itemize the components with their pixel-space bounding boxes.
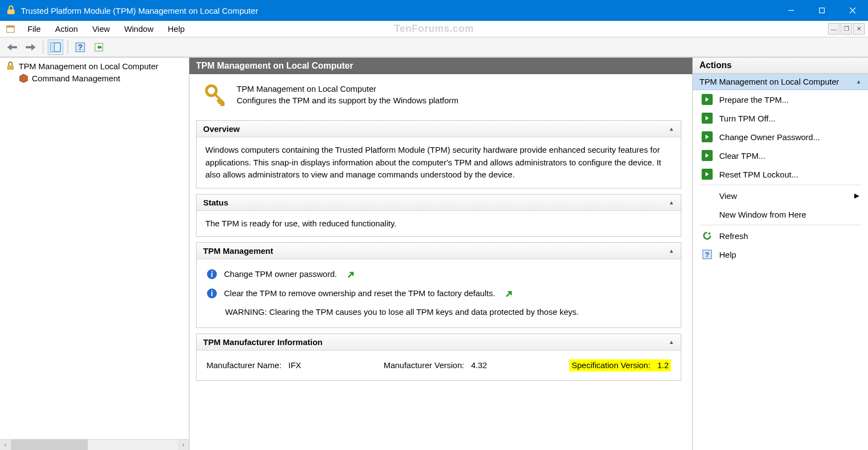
tree-root-item[interactable]: TPM Management on Local Computer: [3, 60, 186, 72]
go-icon: [702, 169, 713, 180]
mmc-icon: [5, 24, 15, 34]
export-button[interactable]: [91, 40, 107, 55]
toolbar-separator: [43, 41, 43, 54]
svg-text:i: i: [211, 270, 213, 279]
submenu-arrow-icon: ▶: [854, 192, 859, 199]
action-prepare-tpm[interactable]: Prepare the TPM...: [693, 90, 868, 109]
collapse-icon: ▲: [669, 339, 674, 345]
menu-bar: File Action View Window Help TenForums.c…: [0, 21, 868, 37]
tree-child-label: Command Management: [32, 74, 120, 83]
actions-header: Actions: [693, 58, 868, 74]
content-header: TPM Management on Local Computer: [189, 58, 692, 74]
change-password-link[interactable]: i Change TPM owner password.: [201, 265, 676, 284]
collapse-icon: ▲: [669, 126, 674, 132]
clear-tpm-link[interactable]: i Clear the TPM to remove ownership and …: [201, 284, 676, 303]
action-label: View: [719, 191, 737, 201]
action-label: Help: [719, 250, 736, 259]
go-icon: [702, 94, 713, 105]
collapse-icon: ▲: [669, 199, 674, 205]
link-arrow-icon: [347, 270, 356, 279]
action-view[interactable]: View ▶: [693, 186, 868, 205]
tree-panel: TPM Management on Local Computer Command…: [0, 58, 189, 450]
menu-file[interactable]: File: [21, 22, 47, 36]
mdi-minimize-button[interactable]: —: [828, 23, 839, 35]
mdi-restore-button[interactable]: ❐: [841, 23, 852, 35]
manufacturer-header[interactable]: TPM Manufacturer Information ▲: [197, 334, 681, 351]
actions-group-header[interactable]: TPM Management on Local Computer ▲: [693, 74, 868, 90]
minimize-button[interactable]: [776, 0, 807, 21]
manufacturer-section: TPM Manufacturer Information ▲ Manufactu…: [196, 334, 681, 381]
mfr-name-value: IFX: [288, 360, 301, 370]
tpm-root-icon: [5, 61, 15, 71]
change-password-text: Change TPM owner password.: [224, 268, 337, 281]
back-button[interactable]: [4, 40, 20, 55]
command-mgmt-icon: [19, 73, 29, 83]
collapse-icon: ▲: [669, 248, 674, 254]
action-label: Turn TPM Off...: [719, 114, 775, 123]
action-change-owner-password[interactable]: Change Owner Password...: [693, 127, 868, 146]
overview-title: Overview: [203, 124, 240, 134]
overview-body: Windows computers containing the Trusted…: [197, 137, 681, 188]
content-panel: TPM Management on Local Computer TPM Man…: [189, 58, 692, 450]
show-hide-tree-button[interactable]: [48, 40, 63, 55]
status-header[interactable]: Status ▲: [197, 195, 681, 211]
overview-header[interactable]: Overview ▲: [197, 121, 681, 137]
horizontal-scrollbar[interactable]: ‹ ›: [0, 439, 189, 450]
action-label: Change Owner Password...: [719, 132, 820, 142]
blank-icon: [702, 209, 713, 220]
help-icon: ?: [702, 249, 713, 260]
action-reset-tpm-lockout[interactable]: Reset TPM Lockout...: [693, 165, 868, 184]
tpm-management-header[interactable]: TPM Management ▲: [197, 243, 681, 259]
toolbar: ?: [0, 37, 868, 57]
action-label: Prepare the TPM...: [719, 95, 788, 104]
action-label: New Window from Here: [719, 210, 806, 219]
svg-rect-13: [7, 65, 14, 70]
spec-version-label: Specification Version:: [572, 360, 650, 370]
action-divider: [699, 185, 861, 185]
go-icon: [702, 113, 713, 124]
action-label: Clear TPM...: [719, 151, 765, 160]
title-bar: Trusted Platform Module (TPM) Management…: [0, 0, 868, 21]
actions-panel: Actions TPM Management on Local Computer…: [692, 58, 868, 450]
clear-tpm-text: Clear the TPM to remove ownership and re…: [224, 287, 495, 300]
svg-text:i: i: [211, 289, 213, 298]
menu-action[interactable]: Action: [48, 22, 85, 36]
action-refresh[interactable]: Refresh: [693, 226, 868, 245]
svg-text:?: ?: [78, 43, 83, 52]
description-subtitle: Configures the TPM and its support by th…: [237, 95, 458, 106]
go-icon: [702, 131, 713, 142]
info-icon: i: [206, 269, 217, 280]
action-new-window[interactable]: New Window from Here: [693, 205, 868, 224]
svg-text:?: ?: [705, 251, 709, 259]
tpm-management-title: TPM Management: [203, 246, 273, 255]
maximize-button[interactable]: [807, 0, 837, 21]
tpm-management-section: TPM Management ▲ i Change TPM owner pass…: [196, 242, 681, 328]
mfr-version-value: 4.32: [471, 360, 487, 370]
clear-tpm-warning: WARNING: Clearing the TPM causes you to …: [201, 303, 676, 322]
link-arrow-icon: [505, 289, 514, 298]
window-title: Trusted Platform Module (TPM) Management…: [21, 6, 776, 15]
scroll-left-button[interactable]: ‹: [0, 440, 11, 451]
mdi-close-button[interactable]: ✕: [853, 23, 865, 35]
mfr-name-label: Manufacturer Name:: [206, 360, 282, 370]
overview-section: Overview ▲ Windows computers containing …: [196, 120, 681, 188]
collapse-icon: ▲: [856, 79, 861, 85]
status-body: The TPM is ready for use, with reduced f…: [197, 211, 681, 237]
help-toolbar-button[interactable]: ?: [72, 40, 88, 55]
forward-button[interactable]: [23, 40, 38, 55]
close-button[interactable]: [837, 0, 868, 21]
svg-rect-6: [7, 26, 14, 27]
action-help[interactable]: ? Help: [693, 245, 868, 264]
scroll-thumb[interactable]: [11, 440, 88, 450]
toolbar-separator: [68, 41, 68, 54]
scroll-right-button[interactable]: ›: [178, 440, 189, 451]
status-section: Status ▲ The TPM is ready for use, with …: [196, 194, 681, 237]
tpm-app-icon: [5, 5, 16, 16]
action-turn-off-tpm[interactable]: Turn TPM Off...: [693, 109, 868, 127]
tree-child-item[interactable]: Command Management: [3, 72, 186, 84]
action-clear-tpm[interactable]: Clear TPM...: [693, 146, 868, 165]
actions-group-title: TPM Management on Local Computer: [699, 77, 839, 86]
menu-window[interactable]: Window: [117, 22, 160, 36]
menu-view[interactable]: View: [86, 22, 116, 36]
menu-help[interactable]: Help: [161, 22, 191, 36]
